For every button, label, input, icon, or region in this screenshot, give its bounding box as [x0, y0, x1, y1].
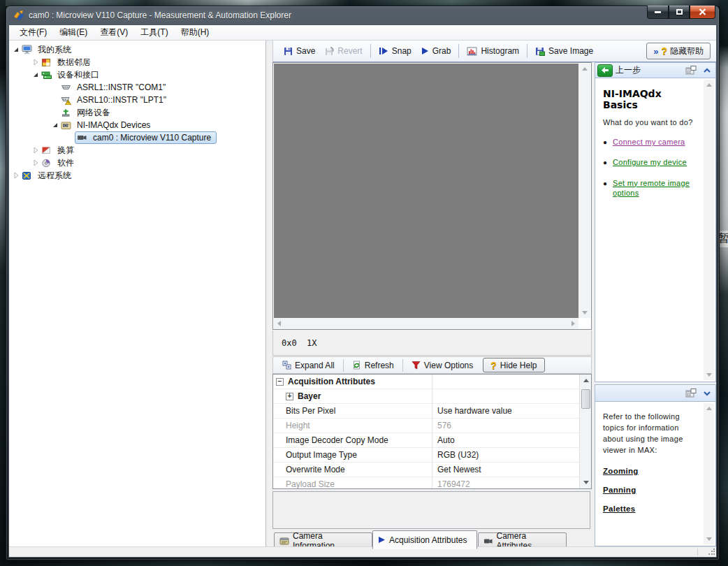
image-canvas[interactable]: [274, 64, 578, 318]
collapse-arrow-icon[interactable]: [10, 45, 22, 54]
help-vertical-scrollbar[interactable]: [704, 80, 714, 380]
attribute-value: [432, 389, 579, 403]
scroll-up-icon[interactable]: [579, 64, 590, 74]
menu-help[interactable]: 帮助(H): [175, 24, 216, 41]
expand-box-icon[interactable]: [286, 393, 293, 400]
table-row[interactable]: Acquisition Attributes: [273, 375, 579, 389]
desktop: 暂 cam0 : Microview V110 Capture - Measur…: [0, 0, 728, 566]
attribute-description-box: [272, 491, 590, 529]
expand-arrow-icon[interactable]: [30, 159, 41, 167]
tree-item-asrl1-com1[interactable]: ASRL1::INSTR "COM1": [9, 81, 265, 94]
scroll-down-icon[interactable]: [581, 477, 591, 488]
view-options-button[interactable]: View Options: [405, 359, 479, 372]
menu-view[interactable]: 查看(V): [94, 24, 134, 41]
table-row[interactable]: Bits Per Pixel Use hardware value: [273, 404, 579, 419]
grab-icon: [421, 47, 429, 55]
scroll-up-icon[interactable]: [704, 403, 714, 414]
titlebar[interactable]: cam0 : Microview V110 Capture - Measurem…: [6, 6, 719, 24]
restore-button[interactable]: [669, 6, 690, 19]
scroll-up-icon[interactable]: [704, 80, 714, 90]
link-panning[interactable]: Panning: [603, 486, 699, 494]
desktop-background-right: [720, 0, 728, 566]
chevron-down-icon[interactable]: [703, 391, 711, 396]
viewer-status-bar: 0x0 1X: [272, 331, 592, 356]
help-vertical-scrollbar[interactable]: [704, 403, 714, 544]
scroll-down-icon[interactable]: [579, 307, 590, 318]
table-row[interactable]: Overwrite Mode Get Newest: [273, 463, 579, 477]
window-title: cam0 : Microview V110 Capture - Measurem…: [29, 10, 291, 20]
selected-tree-item[interactable]: cam0 : Microview V110 Capture: [75, 131, 217, 144]
tree-item-devices-and-interfaces[interactable]: 设备和接口: [9, 68, 265, 81]
viewer-vertical-scrollbar[interactable]: [578, 64, 590, 318]
menu-file[interactable]: 文件(F): [13, 24, 53, 41]
expand-arrow-icon[interactable]: [10, 171, 22, 180]
collapse-box-icon[interactable]: [276, 378, 284, 386]
view-options-icon: [412, 361, 421, 370]
menu-edit[interactable]: 编辑(E): [53, 24, 94, 41]
tree-item-cam0-selected[interactable]: cam0 : Microview V110 Capture: [9, 131, 265, 144]
expand-arrow-icon[interactable]: [30, 146, 41, 154]
revert-button[interactable]: Revert: [320, 43, 367, 59]
link-zooming[interactable]: Zooming: [603, 467, 699, 475]
tree-item-scales[interactable]: 换算: [9, 144, 265, 157]
attribute-name: Payload Size: [273, 477, 432, 489]
tree-item-software[interactable]: 软件: [9, 157, 265, 169]
network-device-icon: [61, 108, 75, 117]
expand-all-button[interactable]: Expand All: [276, 359, 341, 372]
tree-item-data-neighborhood[interactable]: 数据邻居: [9, 56, 265, 68]
scrollbar-thumb[interactable]: [581, 389, 590, 409]
refresh-label: Refresh: [365, 361, 394, 370]
refresh-button[interactable]: Refresh: [346, 359, 400, 372]
scroll-down-icon[interactable]: [704, 534, 714, 544]
chevron-up-icon[interactable]: [703, 68, 711, 73]
camera-icon: [483, 537, 493, 545]
table-row[interactable]: Height 576: [273, 419, 579, 433]
expand-arrow-icon[interactable]: [30, 58, 41, 66]
attribute-value: Use hardware value: [432, 404, 579, 418]
minimize-button[interactable]: [647, 6, 669, 19]
hide-help-panel-button[interactable]: Hide Help: [483, 358, 544, 372]
dock-window-icon[interactable]: [685, 66, 697, 75]
table-row[interactable]: Output Image Type RGB (U32): [273, 448, 579, 463]
table-vertical-scrollbar[interactable]: [579, 375, 591, 488]
table-row[interactable]: Bayer: [273, 389, 579, 404]
help-title: NI-IMAQdx Basics: [603, 88, 699, 110]
resize-grip[interactable]: [708, 549, 715, 556]
attribute-name: Overwrite Mode: [273, 463, 432, 477]
tree-item-label: 我的系统: [36, 44, 73, 56]
close-button[interactable]: [690, 6, 715, 19]
bullet-icon: ●: [603, 158, 613, 167]
save-image-button[interactable]: Save Image: [530, 43, 598, 59]
dock-window-icon[interactable]: [685, 389, 697, 398]
tab-acquisition-attributes[interactable]: Acquisition Attributes: [372, 530, 477, 549]
table-row[interactable]: Payload Size 1769472: [273, 477, 579, 489]
software-icon: [41, 158, 55, 168]
histogram-button[interactable]: Histogram: [462, 43, 524, 59]
menu-tools[interactable]: 工具(T): [134, 24, 174, 41]
expand-all-icon: [282, 361, 291, 370]
grab-button[interactable]: Grab: [416, 43, 456, 59]
tree-item-network-devices[interactable]: 网络设备: [9, 106, 265, 119]
scroll-left-icon[interactable]: [274, 318, 284, 328]
collapse-arrow-icon[interactable]: [30, 71, 41, 79]
tree-item-remote-systems[interactable]: 远程系统: [9, 169, 265, 182]
collapse-arrow-icon[interactable]: [50, 121, 61, 129]
link-configure-my-device[interactable]: Configure my device: [613, 157, 687, 167]
viewer-horizontal-scrollbar[interactable]: [274, 318, 578, 329]
scroll-right-icon[interactable]: [568, 318, 578, 328]
snap-button[interactable]: Snap: [374, 43, 416, 59]
link-palettes[interactable]: Palettes: [603, 505, 699, 513]
back-button[interactable]: [597, 64, 613, 77]
tree-item-imaqdx-devices[interactable]: NI-IMAQdx Devices: [9, 119, 265, 131]
scroll-down-icon[interactable]: [704, 370, 714, 380]
table-row[interactable]: Image Decoder Copy Mode Auto: [273, 433, 579, 448]
scroll-up-icon[interactable]: [581, 375, 591, 386]
save-button[interactable]: Save: [279, 43, 320, 59]
tree-item-my-system[interactable]: 我的系统: [9, 43, 265, 56]
hide-help-toolbar-button[interactable]: 隐藏帮助: [646, 43, 711, 59]
link-set-remote-image-options[interactable]: Set my remote image options: [613, 178, 699, 198]
link-connect-my-camera[interactable]: Connect my camera: [613, 137, 685, 147]
refresh-icon: [352, 361, 361, 370]
zoom-level: 1X: [307, 338, 316, 348]
tree-item-asrl10-lpt1[interactable]: ASRL10::INSTR "LPT1": [9, 94, 265, 106]
